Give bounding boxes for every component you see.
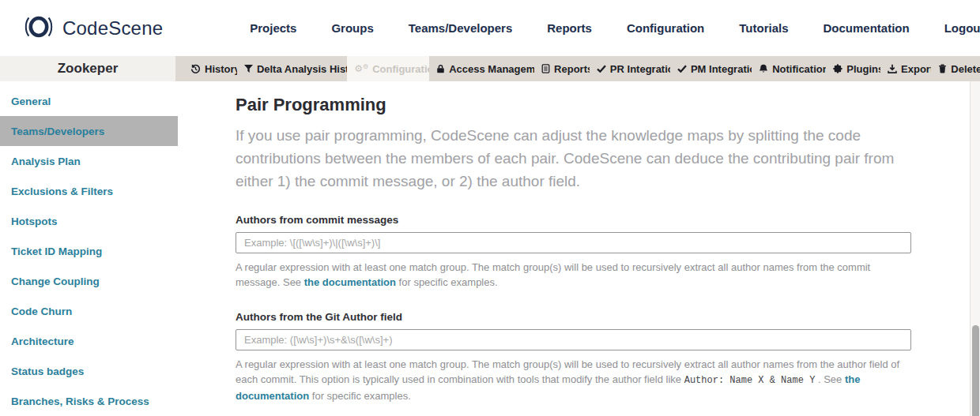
project-title-box: Zookeper [0, 56, 175, 81]
trash-icon [938, 64, 947, 73]
help-text-end: for specific examples. [396, 276, 498, 288]
project-tabs: HistoryDelta Analysis History⚙⚙Configura… [175, 56, 980, 81]
commit-messages-regex-input[interactable] [236, 232, 911, 253]
nav-item-groups[interactable]: Groups [331, 21, 373, 35]
config-sidebar: GeneralTeams/DevelopersAnalysis PlanExcl… [0, 81, 178, 416]
codescene-ring-icon [22, 13, 55, 43]
sidebar-item-hotspots[interactable]: Hotspots [0, 206, 178, 236]
sidebar-item-general[interactable]: General [0, 86, 178, 116]
author-example-code: Author: Name X & Name Y [684, 375, 816, 386]
check-icon [677, 65, 687, 73]
vertical-scrollbar-thumb[interactable] [972, 325, 979, 416]
project-tabbar: Zookeper HistoryDelta Analysis History⚙⚙… [0, 56, 980, 81]
nav-item-logout[interactable]: Logout [944, 21, 980, 35]
history-icon [190, 64, 201, 74]
sidebar-item-change-coupling[interactable]: Change Coupling [0, 266, 178, 296]
tab-export[interactable]: Export [880, 56, 931, 81]
tab-label: Notifications [772, 63, 826, 75]
help-after-code: . See [815, 373, 845, 385]
download-icon [888, 64, 897, 73]
vertical-scrollbar-track[interactable] [970, 81, 980, 416]
filter-icon [244, 65, 253, 73]
page-body: GeneralTeams/DevelopersAnalysis PlanExcl… [0, 81, 980, 416]
tab-label: Delete [951, 63, 980, 75]
tab-label: Plugins [846, 63, 880, 75]
nav-item-reports[interactable]: Reports [547, 21, 592, 35]
sidebar-item-analysis-plan[interactable]: Analysis Plan [0, 146, 178, 176]
tab-pr-integration[interactable]: PR Integration [590, 56, 670, 81]
nav-item-projects[interactable]: Projects [250, 21, 296, 35]
tab-access-management[interactable]: Access Management [429, 56, 534, 81]
tab-label: Delta Analysis History [257, 63, 347, 75]
git-author-label: Authors from the Git Author field [236, 311, 980, 323]
sidebar-item-ticket-id-mapping[interactable]: Ticket ID Mapping [0, 236, 178, 266]
tab-label: Configuration [372, 63, 429, 75]
bell-icon [759, 64, 768, 73]
tab-label: Access Management [449, 63, 534, 75]
tab-plugins[interactable]: Plugins [826, 56, 880, 81]
tab-notifications[interactable]: Notifications [752, 56, 826, 81]
tab-label: PM Integration [691, 63, 752, 75]
check-icon [597, 65, 606, 73]
tab-history[interactable]: History [183, 56, 237, 81]
sidebar-item-code-churn[interactable]: Code Churn [0, 296, 178, 326]
sidebar-item-branches-risks-process[interactable]: Branches, Risks & Process [0, 386, 178, 416]
project-title: Zookeper [58, 61, 119, 77]
tab-label: Reports [554, 63, 590, 75]
tab-label: PR Integration [610, 63, 670, 75]
tab-label: Export [901, 63, 931, 75]
commit-messages-help: A regular expression with at least one m… [236, 260, 911, 290]
nav-item-tutorials[interactable]: Tutorials [739, 21, 788, 35]
help-text-end: for specific examples. [309, 390, 411, 402]
codescene-logo[interactable]: CodeScene [22, 13, 163, 43]
gears-icon: ⚙⚙ [354, 64, 368, 73]
sidebar-item-architecture[interactable]: Architecture [0, 326, 178, 356]
puzzle-icon [833, 64, 842, 73]
tab-label: History [205, 63, 237, 75]
documentation-link[interactable]: the documentation [304, 276, 396, 288]
file-icon [541, 64, 550, 73]
top-navbar: CodeScene ProjectsGroupsTeams/Developers… [0, 0, 980, 56]
sidebar-item-status-badges[interactable]: Status badges [0, 356, 178, 386]
nav-item-teams-developers[interactable]: Teams/Developers [409, 21, 512, 35]
tab-pm-integration[interactable]: PM Integration [670, 56, 752, 81]
nav-item-configuration[interactable]: Configuration [627, 21, 704, 35]
nav-item-documentation[interactable]: Documentation [824, 21, 910, 35]
brand-wordmark: CodeScene [62, 17, 163, 39]
tab-delete[interactable]: Delete [931, 56, 980, 81]
git-author-help: A regular expression with at least one m… [236, 357, 911, 403]
sidebar-item-exclusions-filters[interactable]: Exclusions & Filters [0, 176, 178, 206]
lock-icon [436, 64, 445, 73]
commit-messages-label: Authors from commit messages [236, 214, 980, 226]
git-author-regex-input[interactable] [236, 329, 911, 350]
page-title: Pair Programming [236, 95, 980, 115]
tab-reports[interactable]: Reports [534, 56, 590, 81]
tab-configuration[interactable]: ⚙⚙Configuration [347, 56, 429, 81]
tab-delta-analysis-history[interactable]: Delta Analysis History [237, 56, 347, 81]
main-nav: ProjectsGroupsTeams/DevelopersReportsCon… [250, 21, 980, 35]
intro-text: If you use pair programming, CodeScene c… [236, 124, 917, 193]
main-content: Pair Programming If you use pair program… [178, 81, 980, 416]
sidebar-item-teams-developers[interactable]: Teams/Developers [0, 116, 178, 146]
